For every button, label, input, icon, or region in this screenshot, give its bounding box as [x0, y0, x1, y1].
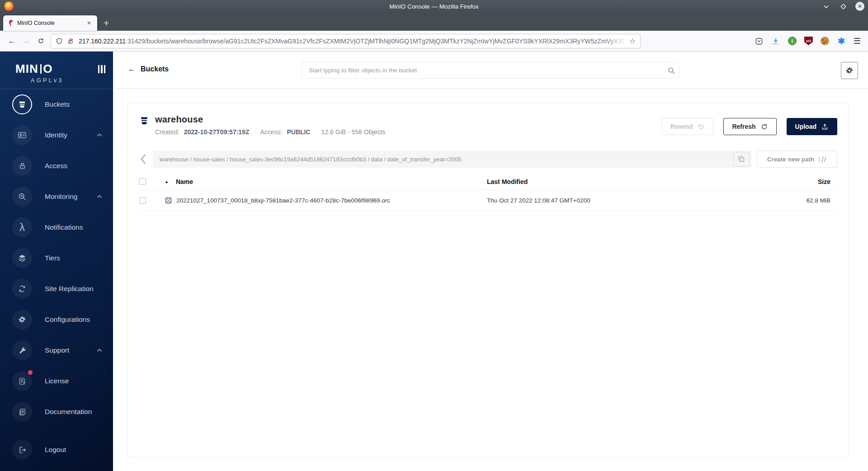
bucket-settings-button[interactable]	[841, 62, 858, 79]
bucket-usage: 12.6 GiB - 558 Objects	[321, 128, 386, 136]
logo-bar	[40, 64, 42, 74]
window-minimize-icon[interactable]	[821, 1, 831, 11]
minio-favicon	[8, 19, 14, 27]
sidebar-item-support[interactable]: Support	[0, 335, 113, 366]
object-file-icon	[165, 197, 172, 204]
object-name[interactable]: 20221027_100737_00018_b8xji-7581bae2-377…	[176, 197, 390, 204]
bucket-meta: Created: 2022-10-27T09:57:19Z Access: PU…	[155, 128, 662, 136]
copy-path-button[interactable]	[733, 152, 750, 166]
toolbar-extensions: i uO ✱ ☰	[755, 36, 863, 46]
bucket-name: warehouse	[155, 114, 662, 125]
sidebar-item-label: Notifications	[45, 223, 83, 231]
url-host: 217.160.222.211	[79, 38, 126, 45]
firefox-logo-icon	[4, 1, 14, 11]
new-tab-button[interactable]: +	[104, 18, 109, 28]
nav-reload-icon[interactable]	[33, 34, 48, 48]
sidebar-item-configurations[interactable]: Configurations	[0, 304, 113, 335]
main-content: ← Buckets warehouse Created: 2	[113, 52, 868, 471]
window-title: MinIO Console — Mozilla Firefox	[0, 3, 868, 10]
cookie-extension-icon[interactable]	[821, 37, 829, 45]
logo-text-o: O	[43, 62, 52, 76]
bucket-actions: Rewind Refresh Upload	[662, 114, 837, 135]
access-value[interactable]: PUBLIC	[287, 128, 310, 136]
sidebar-item-label: Tiers	[45, 254, 60, 262]
window-titlebar: MinIO Console — Mozilla Firefox ✕	[0, 0, 868, 13]
sidebar-item-label: License	[45, 377, 69, 385]
replication-sync-icon	[12, 279, 32, 299]
row-checkbox[interactable]	[139, 197, 146, 204]
logo-text-min: MIN	[15, 62, 38, 76]
support-wrench-icon	[12, 340, 32, 360]
sidebar-item-identity[interactable]: Identity	[0, 120, 113, 151]
select-all-checkbox[interactable]	[139, 178, 146, 185]
access-label: Access:	[260, 128, 282, 136]
sidebar-item-label: Documentation	[45, 408, 92, 416]
sidebar-item-license[interactable]: License	[0, 366, 113, 396]
back-to-buckets-link[interactable]: ← Buckets	[128, 65, 169, 74]
ublock-origin-icon[interactable]: uO	[804, 37, 813, 45]
shield-permissions-icon[interactable]	[56, 38, 63, 45]
upload-button[interactable]: Upload	[787, 118, 837, 135]
window-controls: ✕	[821, 0, 864, 13]
name-column-header[interactable]: Name	[176, 178, 193, 185]
search-icon	[667, 66, 675, 75]
url-bar[interactable]: 217.160.222.211:31429/buckets/warehouse/…	[51, 34, 641, 48]
back-to-buckets-label: Buckets	[141, 65, 169, 73]
sort-ascending-icon[interactable]: ▲	[165, 179, 169, 184]
sidebar-item-access[interactable]: Access	[0, 151, 113, 181]
new-path-icon	[818, 156, 827, 163]
extension-green-icon[interactable]: i	[788, 37, 797, 45]
logout-icon	[12, 440, 32, 460]
chevron-up-icon[interactable]	[97, 195, 102, 198]
window-maximize-icon[interactable]	[838, 1, 848, 11]
chevron-up-icon[interactable]	[97, 133, 102, 137]
tab-title: MinIO Console	[17, 20, 85, 26]
sidebar-item-label: Access	[45, 162, 67, 170]
sidebar-item-notifications[interactable]: λ Notifications	[0, 212, 113, 243]
configurations-gear-icon	[12, 310, 32, 330]
sidebar-item-buckets[interactable]: Buckets	[0, 89, 113, 120]
nav-back-icon[interactable]: ←	[5, 34, 19, 48]
chevron-up-icon[interactable]	[97, 349, 102, 352]
bucket-icon	[139, 116, 149, 126]
path-back-icon[interactable]	[139, 153, 147, 165]
object-filter-input[interactable]	[302, 62, 679, 79]
table-row[interactable]: 20221027_100737_00018_b8xji-7581bae2-377…	[139, 190, 837, 211]
bookmark-star-icon[interactable]: ☆	[629, 37, 636, 45]
buckets-icon	[12, 94, 32, 114]
lambda-icon: λ	[12, 217, 32, 237]
last-modified-column-header[interactable]: Last Modified	[487, 178, 776, 185]
upload-icon	[821, 123, 829, 131]
bucket-header: warehouse Created: 2022-10-27T09:57:19Z …	[139, 114, 837, 136]
gear-icon	[845, 66, 854, 75]
hamburger-menu-icon[interactable]: ☰	[854, 36, 861, 46]
downloads-icon[interactable]	[771, 37, 780, 46]
sidebar-item-monitoring[interactable]: Monitoring	[0, 181, 113, 212]
minio-console: MINO AGPLv3 Buckets Identity	[0, 52, 868, 471]
license-icon	[12, 371, 32, 391]
sidebar-item-documentation[interactable]: Documentation	[0, 396, 113, 427]
sidebar-item-tiers[interactable]: Tiers	[0, 243, 113, 273]
table-header-row: ▲ Name Last Modified Size	[139, 173, 837, 190]
sidebar-item-site-replication[interactable]: Site Replication	[0, 273, 113, 304]
sidebar-item-label: Identity	[45, 131, 67, 139]
tab-minio-console[interactable]: MinIO Console ✕	[3, 15, 97, 31]
license-notification-badge	[28, 370, 33, 375]
container-extension-icon[interactable]: ✱	[837, 37, 846, 46]
size-column-header[interactable]: Size	[776, 178, 837, 185]
refresh-button[interactable]: Refresh	[723, 118, 776, 135]
identity-icon	[12, 125, 32, 145]
breadcrumb-bar: warehouse / house-sales / house_sales-3e…	[153, 151, 751, 168]
sidebar-collapse-icon[interactable]	[98, 65, 106, 73]
url-path: :31429/buckets/warehouse/browse/aG91c2Ut…	[126, 38, 624, 45]
tab-close-icon[interactable]: ✕	[85, 19, 94, 28]
pocket-icon[interactable]	[755, 37, 764, 46]
breadcrumb[interactable]: warehouse / house-sales / house_sales-3e…	[160, 156, 733, 163]
tiers-layers-icon	[12, 248, 32, 268]
create-new-path-button[interactable]: Create new path	[757, 151, 837, 168]
insecure-lock-icon[interactable]	[67, 38, 74, 45]
sidebar-item-logout[interactable]: Logout	[0, 434, 113, 465]
window-close-icon[interactable]: ✕	[855, 2, 864, 11]
sidebar: MINO AGPLv3 Buckets Identity	[0, 52, 113, 471]
path-navigation: warehouse / house-sales / house_sales-3e…	[139, 151, 837, 168]
